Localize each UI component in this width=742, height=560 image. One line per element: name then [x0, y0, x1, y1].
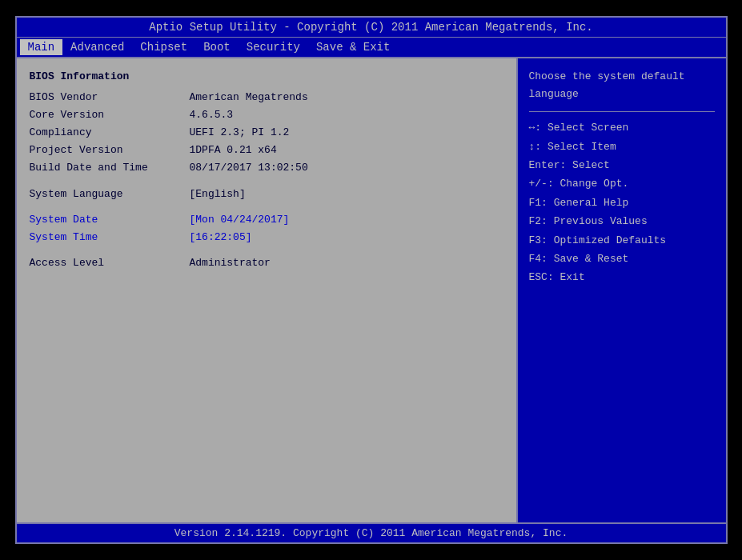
key-hint: ↕: Select Item — [529, 138, 715, 156]
content-area: BIOS Information BIOS VendorAmerican Meg… — [17, 58, 726, 522]
language-row[interactable]: System Language [English] — [30, 186, 503, 203]
menu-item-main[interactable]: Main — [20, 39, 63, 55]
bios-field-value: UEFI 2.3; PI 1.2 — [190, 124, 290, 142]
title-bar: Aptio Setup Utility - Copyright (C) 2011… — [17, 18, 726, 38]
bios-field-value: 4.6.5.3 — [190, 106, 234, 124]
key-hint: F3: Optimized Defaults — [529, 231, 715, 250]
menu-item-advanced[interactable]: Advanced — [62, 39, 132, 55]
date-label: System Date — [30, 211, 190, 229]
bios-container: Aptio Setup Utility - Copyright (C) 2011… — [15, 16, 728, 544]
access-value: Administrator — [190, 254, 271, 272]
bios-field-row: Project Version1DPFA 0.21 x64 — [30, 142, 503, 159]
key-hint: Enter: Select — [529, 156, 715, 174]
key-hint: ESC: Exit — [529, 268, 715, 286]
key-hint: +/-: Change Opt. — [529, 174, 715, 193]
language-value: [English] — [190, 186, 246, 203]
bios-info-title: BIOS Information — [30, 68, 503, 86]
menu-item-save-and-exit[interactable]: Save & Exit — [308, 39, 398, 55]
bios-field-row: Core Version4.6.5.3 — [30, 106, 503, 124]
access-label: Access Level — [30, 254, 190, 272]
time-label: System Time — [30, 229, 190, 246]
key-hint: F4: Save & Reset — [529, 250, 715, 268]
bios-field-row: Build Date and Time08/17/2017 13:02:50 — [30, 159, 503, 177]
title-text: Aptio Setup Utility - Copyright (C) 2011… — [149, 21, 593, 34]
bios-field-label: BIOS Vendor — [30, 89, 190, 106]
bios-field-row: CompliancyUEFI 2.3; PI 1.2 — [30, 124, 503, 142]
menu-bar: MainAdvancedChipsetBootSecuritySave & Ex… — [17, 38, 726, 58]
key-hint: F1: General Help — [529, 194, 715, 212]
bios-field-row: BIOS VendorAmerican Megatrends — [30, 89, 503, 106]
right-divider — [529, 111, 715, 112]
menu-item-security[interactable]: Security — [239, 39, 308, 55]
bios-field-label: Compliancy — [30, 124, 190, 142]
date-value: [Mon 04/24/2017] — [190, 211, 290, 229]
bios-fields: BIOS VendorAmerican MegatrendsCore Versi… — [30, 89, 503, 177]
bios-field-value: 08/17/2017 13:02:50 — [190, 159, 308, 177]
footer-text: Version 2.14.1219. Copyright (C) 2011 Am… — [174, 527, 568, 539]
menu-item-chipset[interactable]: Chipset — [132, 39, 195, 55]
language-label: System Language — [30, 186, 190, 203]
bios-field-label: Core Version — [30, 106, 190, 124]
menu-item-boot[interactable]: Boot — [195, 39, 239, 55]
time-value: [16:22:05] — [190, 229, 252, 246]
right-keys: ↔: Select Screen↕: Select ItemEnter: Sel… — [529, 118, 715, 287]
key-hint: ↔: Select Screen — [529, 118, 715, 137]
bios-field-value: 1DPFA 0.21 x64 — [190, 142, 277, 159]
footer: Version 2.14.1219. Copyright (C) 2011 Am… — [17, 522, 726, 542]
bios-field-value: American Megatrends — [190, 89, 308, 106]
time-row[interactable]: System Time [16:22:05] — [30, 229, 503, 246]
bios-field-label: Build Date and Time — [30, 159, 190, 177]
right-panel: Choose the system default language ↔: Se… — [518, 58, 726, 522]
key-hint: F2: Previous Values — [529, 212, 715, 230]
left-panel: BIOS Information BIOS VendorAmerican Meg… — [17, 58, 518, 522]
access-row: Access Level Administrator — [30, 254, 503, 272]
date-row[interactable]: System Date [Mon 04/24/2017] — [30, 211, 503, 229]
right-help-text: Choose the system default language — [529, 68, 715, 103]
bios-field-label: Project Version — [30, 142, 190, 159]
